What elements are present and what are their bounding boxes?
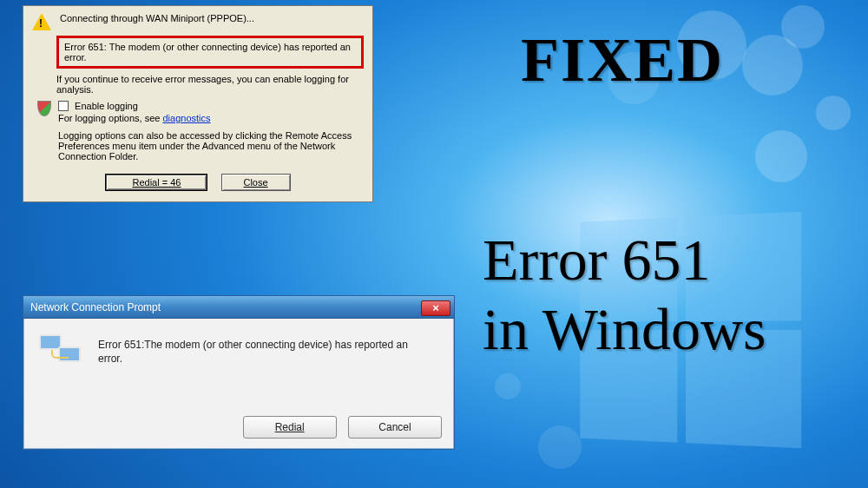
network-icon: [39, 334, 84, 373]
network-connection-prompt-dialog: Network Connection Prompt × Error 651:Th…: [23, 295, 455, 450]
close-button[interactable]: Close: [221, 174, 291, 191]
bokeh: [781, 5, 825, 49]
enable-logging-label: Enable logging: [75, 101, 138, 111]
connecting-status: Connecting through WAN Miniport (PPPOE).…: [60, 11, 254, 23]
error-message: Error 651:The modem (or other connecting…: [98, 334, 433, 366]
headline-fixed: FIXED: [521, 24, 724, 96]
redial-button[interactable]: Redial = 46: [105, 174, 207, 191]
connection-error-dialog: Connecting through WAN Miniport (PPPOE).…: [23, 5, 373, 202]
error-message: Error 651: The modem (or other connectin…: [64, 42, 351, 63]
bokeh: [742, 35, 803, 96]
bokeh: [538, 425, 582, 469]
close-icon[interactable]: ×: [421, 300, 450, 316]
diagnostics-link[interactable]: diagnostics: [162, 113, 210, 123]
headline-in-windows: in Windows: [483, 295, 766, 364]
enable-logging-checkbox[interactable]: [58, 101, 69, 111]
headline-error-651: Error 651: [483, 226, 710, 294]
logging-note: Logging options can also be accessed by …: [58, 130, 364, 162]
bokeh: [495, 373, 521, 399]
continue-receive-text: If you continue to receive error message…: [56, 74, 364, 95]
error-highlight-box: Error 651: The modem (or other connectin…: [56, 36, 364, 69]
bokeh: [816, 96, 851, 130]
bokeh: [755, 130, 807, 182]
redial-button[interactable]: Redial: [243, 416, 337, 439]
cancel-button[interactable]: Cancel: [348, 416, 442, 439]
titlebar[interactable]: Network Connection Prompt ×: [23, 296, 454, 319]
shield-icon: [37, 101, 51, 116]
logging-options-prefix: For logging options, see: [58, 113, 162, 123]
dialog-title: Network Connection Prompt: [30, 301, 161, 313]
warning-icon: [32, 13, 51, 30]
